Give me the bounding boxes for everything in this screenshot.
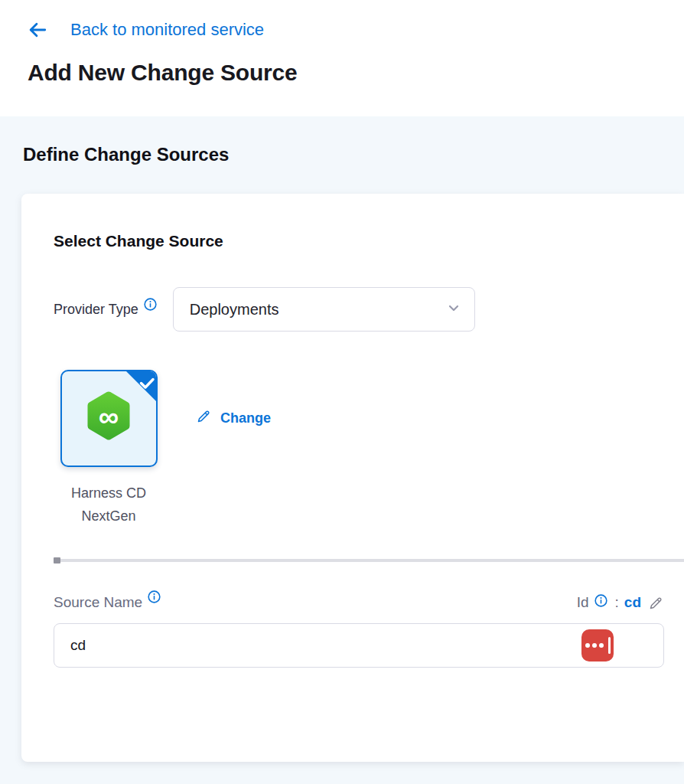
selected-corner-badge [122,370,158,409]
provider-type-info-icon[interactable] [144,298,157,311]
page: Back to monitored service Add New Change… [0,0,684,784]
identifier-group: Id : cd [577,594,664,611]
change-source-card: Select Change Source Provider Type Deplo… [21,194,684,762]
identifier-label: Id [577,594,589,611]
provider-type-row: Provider Type Deployments [54,287,664,332]
chevron-down-icon [446,300,461,318]
source-name-input[interactable] [54,623,664,668]
source-name-info-icon[interactable] [148,590,161,603]
identifier-value: cd [624,594,641,611]
provider-list-scrollbar-thumb[interactable] [54,557,60,564]
infinity-glyph: ∞ [99,401,119,433]
provider-list-scrollbar[interactable] [54,559,684,562]
source-name-input-wrap [54,623,664,668]
source-name-row: Source Name Id [54,594,664,611]
provider-tile-label: Harness CD NextGen [55,482,162,528]
page-title: Add New Change Source [28,60,684,86]
password-manager-dot [585,643,590,648]
identifier-info-icon[interactable] [594,594,607,607]
provider-type-label: Provider Type [54,302,138,318]
back-link-label: Back to monitored service [70,20,264,40]
source-name-label: Source Name [54,594,142,611]
back-link[interactable]: Back to monitored service [28,20,264,40]
provider-type-selected-value: Deployments [190,301,279,318]
password-manager-dot [599,643,604,648]
section-title: Define Change Sources [23,144,684,165]
select-change-source-title: Select Change Source [54,232,664,250]
password-manager-dot [592,643,597,648]
edit-pencil-icon [196,408,212,428]
back-arrow-icon [28,20,47,40]
edit-identifier-icon[interactable] [648,595,664,611]
change-link-label: Change [220,410,271,426]
provider-type-label-group: Provider Type [54,302,157,318]
provider-tile-harness-cd-nextgen[interactable]: ∞ [60,370,158,467]
provider-tile-row: ∞ Harness CD NextGen Change [54,370,664,525]
define-change-sources-section: Define Change Sources Select Change Sour… [0,116,684,784]
password-manager-cursor [608,637,611,654]
identifier-separator: : [615,594,619,611]
page-header: Back to monitored service Add New Change… [0,0,684,116]
source-name-label-group: Source Name [54,594,161,611]
change-provider-link[interactable]: Change [196,408,271,428]
password-manager-icon[interactable] [581,629,614,662]
provider-type-dropdown[interactable]: Deployments [173,287,475,332]
provider-tile-column: ∞ Harness CD NextGen [54,370,164,528]
